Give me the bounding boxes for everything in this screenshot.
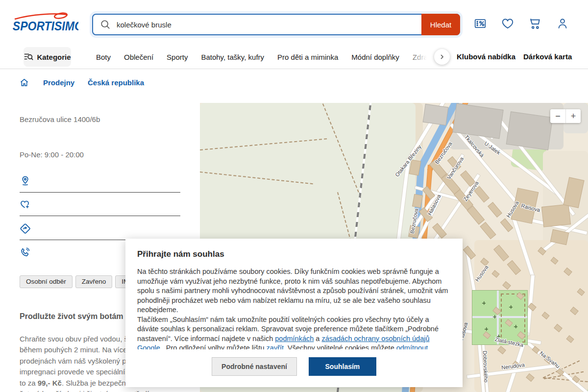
grave-cross — [482, 301, 486, 305]
map-building — [481, 222, 496, 239]
store-hours: Po-Ne: 9:00 - 20:00 — [20, 150, 84, 159]
map-zoom-controls: − + — [550, 109, 581, 123]
store-tag: Zavřeno — [75, 275, 113, 288]
chevron-right-icon — [438, 53, 446, 61]
zoom-out-button[interactable]: − — [550, 109, 565, 123]
breadcrumb-home-icon[interactable] — [20, 78, 29, 87]
nav-item[interactable]: Oblečení — [124, 53, 153, 61]
map-building — [467, 206, 484, 224]
map-building — [542, 204, 570, 226]
logo-graphic: SPORTISIMO — [12, 11, 78, 34]
page: SPORTISIMO Hledat — [0, 0, 588, 392]
consent-paragraph-1: Na těchto stránkách používáme soubory co… — [137, 267, 452, 315]
consent-text: . — [428, 344, 430, 349]
consent-text: a — [314, 335, 321, 343]
search-input[interactable] — [116, 20, 459, 29]
map-building — [474, 187, 489, 202]
map-building — [488, 202, 501, 217]
nav-scroll-right-button[interactable] — [434, 49, 450, 65]
close-banner-link[interactable]: zavřít — [267, 344, 284, 349]
grave-cross — [485, 327, 488, 331]
nav-item[interactable]: Boty — [96, 53, 111, 61]
grave-cross — [509, 305, 513, 309]
accept-button[interactable]: Souhlasím — [309, 357, 376, 376]
cookie-consent-dialog: Přihrajte nám souhlas Na těchto stránkác… — [125, 239, 463, 387]
main-nav: BotyOblečeníSportyBatohy, tašky, kufryPr… — [96, 47, 439, 67]
divider — [20, 192, 180, 193]
categories-button[interactable]: Kategorie — [24, 47, 71, 67]
nav-item-darkova-karta[interactable]: Dárková karta — [523, 47, 572, 67]
grave-cross — [514, 325, 517, 328]
breadcrumb-ceska-republika[interactable]: Česká republika — [88, 78, 144, 87]
map-street-label: Dobrovského — [482, 350, 489, 382]
directions-icon[interactable] — [20, 223, 31, 234]
map-pin-icon[interactable] — [20, 175, 31, 186]
nav-item[interactable]: Pro děti a miminka — [277, 53, 338, 61]
grave-cross — [493, 315, 496, 318]
cart-icon[interactable] — [529, 17, 541, 30]
sportisimo-logo[interactable]: SPORTISIMO — [12, 11, 78, 34]
zoom-in-button[interactable]: + — [565, 109, 581, 123]
consent-body: Na těchto stránkách používáme soubory co… — [137, 267, 452, 349]
menu-search-icon — [24, 52, 33, 62]
map-building — [507, 112, 552, 149]
nav-item[interactable]: Batohy, tašky, kufry — [201, 53, 264, 61]
nav-divider — [0, 69, 588, 69]
logo-text: SPORTISIMO — [13, 19, 78, 33]
map-building — [501, 219, 513, 231]
voucher-card-icon[interactable] — [474, 17, 487, 30]
map-building — [464, 246, 475, 259]
breadcrumb-prodejny[interactable]: Prodejny — [43, 78, 74, 87]
divider — [20, 216, 180, 216]
map-building — [423, 104, 448, 125]
detailed-settings-button[interactable]: Podrobné nastavení — [212, 357, 297, 376]
favorites-heart-icon[interactable] — [501, 17, 514, 30]
consent-text: . Pro odložení volby můžete lištu — [160, 344, 267, 349]
store-tag: Osobní odběr — [20, 275, 73, 288]
terms-link[interactable]: podmínkách — [275, 335, 314, 343]
heart-plus-icon[interactable] — [20, 199, 31, 210]
search-bar: Hledat — [92, 14, 460, 35]
user-icon[interactable] — [556, 17, 569, 30]
categories-label: Kategorie — [37, 53, 71, 61]
nav-item[interactable]: Módní doplňky — [351, 53, 399, 61]
consent-title: Přihrajte nám souhlas — [137, 249, 224, 259]
phone-icon[interactable] — [20, 247, 31, 258]
consent-buttons: Podrobné nastavení Souhlasím — [125, 357, 463, 376]
search-button[interactable]: Hledat — [421, 14, 460, 35]
consent-paragraph-2: Tlačítkem „Souhlasím“ nám tak umožníte p… — [137, 315, 452, 350]
search-icon — [100, 19, 111, 30]
reject-link[interactable]: odmítnout — [396, 344, 428, 349]
store-description-line: šetrná k vaší obuvi i životnímu prostřed… — [20, 389, 206, 392]
consent-text: . Všechny volitelné cookies můžete — [284, 344, 396, 349]
store-address: Bezručova ulice 1400/6b — [20, 115, 100, 123]
nav-item-klubova-nabidka[interactable]: Klubová nabídka — [457, 47, 515, 67]
nav-item[interactable]: Sporty — [167, 53, 188, 61]
